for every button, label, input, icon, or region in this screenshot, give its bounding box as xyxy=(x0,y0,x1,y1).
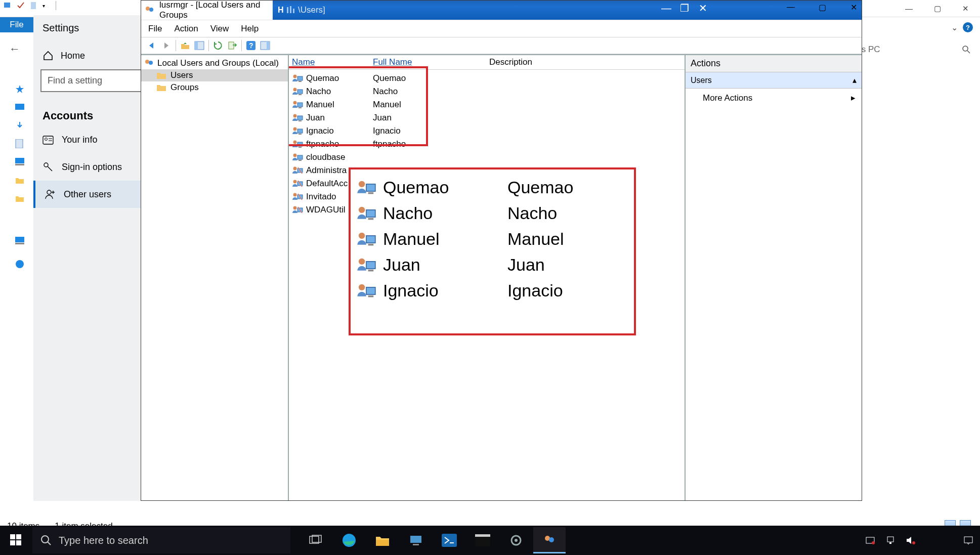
svg-rect-9 xyxy=(15,237,24,242)
nav-item-documents[interactable] xyxy=(15,135,35,153)
file-tab[interactable]: File xyxy=(0,17,33,32)
column-headers[interactable]: Name Full Name Description xyxy=(289,55,685,70)
user-icon xyxy=(356,257,377,273)
settings-taskbar-icon[interactable] xyxy=(500,527,532,553)
taskbar-search[interactable]: Type here to search xyxy=(32,527,290,553)
tree-root-node[interactable]: Local Users and Groups (Local) xyxy=(141,57,288,69)
user-row[interactable]: Invitado xyxy=(290,190,684,203)
user-fullname: Manuel xyxy=(373,100,484,110)
maximize-button[interactable]: ▢ xyxy=(817,3,827,12)
user-row[interactable]: ftpnachoftpnacho xyxy=(290,138,684,151)
col-description[interactable]: Description xyxy=(484,57,681,67)
actions-more-actions[interactable]: More Actions ▸ xyxy=(686,89,862,107)
tray-icon-1[interactable] xyxy=(864,534,877,547)
svg-rect-7 xyxy=(15,158,24,163)
tray-icon-2[interactable] xyxy=(884,534,897,547)
mdi-minimize-button[interactable]: — xyxy=(659,3,673,14)
up-folder-icon[interactable] xyxy=(178,39,192,52)
settings-home[interactable]: Home xyxy=(33,45,149,66)
svg-rect-47 xyxy=(413,544,419,545)
user-list-pane[interactable]: Name Full Name Description QuemaoQuemaoN… xyxy=(289,55,686,500)
qat-icon-1[interactable] xyxy=(3,1,12,10)
home-icon xyxy=(42,50,54,61)
search-placeholder: Type here to search xyxy=(59,535,148,546)
nav-item-folder2[interactable] xyxy=(15,189,35,207)
settings-other-users[interactable]: Other users xyxy=(33,181,149,208)
user-row[interactable]: IgnacioIgnacio xyxy=(290,124,684,138)
lusrmgr-title-text: lusrmgr - [Local Users and Groups xyxy=(159,0,273,20)
tree-groups-label: Groups xyxy=(171,82,199,93)
user-row[interactable]: WDAGUtil xyxy=(290,203,684,217)
start-button[interactable] xyxy=(0,526,32,555)
close-button[interactable]: ✕ xyxy=(848,3,859,12)
mdi-close-button[interactable]: ✕ xyxy=(696,3,710,14)
show-action-pane-icon[interactable] xyxy=(258,39,272,52)
console-tree[interactable]: Local Users and Groups (Local) Users Gro… xyxy=(141,55,289,500)
menu-help[interactable]: Help xyxy=(241,24,259,34)
settings-search-input[interactable]: Find a setting xyxy=(40,69,142,92)
user-row[interactable]: cloudbase xyxy=(290,151,684,164)
refresh-icon[interactable] xyxy=(211,39,225,52)
powershell-icon[interactable] xyxy=(433,527,465,553)
file-explorer-icon[interactable] xyxy=(366,527,399,553)
search-icon[interactable] xyxy=(962,45,971,54)
col-name[interactable]: Name xyxy=(292,57,373,67)
tree-groups-node[interactable]: Groups xyxy=(141,81,288,94)
minimize-button[interactable]: — xyxy=(905,4,913,13)
lusrmgr-taskbar-icon[interactable] xyxy=(533,527,566,553)
ribbon-collapse-icon[interactable]: ⌄ xyxy=(951,23,958,32)
user-fullname: Ignacio xyxy=(373,126,484,136)
user-row[interactable]: DefaultAcc xyxy=(290,177,684,190)
collapse-arrow-icon[interactable]: ▴ xyxy=(853,75,857,85)
nav-item-network[interactable] xyxy=(15,255,35,273)
edge-icon[interactable] xyxy=(333,527,365,553)
user-row[interactable]: Administra xyxy=(290,164,684,177)
maximize-button[interactable]: ▢ xyxy=(934,4,941,13)
nav-forward-icon[interactable] xyxy=(159,39,174,52)
volume-muted-icon[interactable] xyxy=(904,534,917,547)
minimize-button[interactable]: — xyxy=(786,3,796,12)
nav-item-desktop[interactable] xyxy=(15,98,35,116)
user-row[interactable]: QuemaoQuemao xyxy=(290,72,684,85)
your-info-label: Your info xyxy=(62,135,97,145)
export-list-icon[interactable] xyxy=(225,39,239,52)
menu-view[interactable]: View xyxy=(210,24,229,34)
actions-group-users[interactable]: Users ▴ xyxy=(686,72,862,89)
settings-your-info[interactable]: Your info xyxy=(33,126,149,153)
help-icon[interactable]: ? xyxy=(963,22,973,32)
col-fullname[interactable]: Full Name xyxy=(373,57,484,67)
qat-icon-3[interactable] xyxy=(29,1,38,10)
user-row[interactable]: NachoNacho xyxy=(290,85,684,98)
notifications-icon[interactable] xyxy=(962,534,975,547)
help-toolbar-icon[interactable]: ? xyxy=(244,39,258,52)
tree-users-node[interactable]: Users xyxy=(141,69,288,81)
qat-icon-2[interactable] xyxy=(16,1,25,10)
nav-item-thispc[interactable] xyxy=(15,153,35,171)
user-row[interactable]: JuanJuan xyxy=(290,111,684,124)
settings-signin-options[interactable]: Sign-in options xyxy=(33,153,149,181)
close-button[interactable]: ✕ xyxy=(962,4,969,13)
svg-marker-4 xyxy=(16,85,24,93)
cmd-icon[interactable] xyxy=(466,527,499,553)
tray-datetime[interactable] xyxy=(924,534,955,547)
nav-item-downloads[interactable] xyxy=(15,116,35,135)
show-hide-tree-icon[interactable] xyxy=(192,39,206,52)
nav-item-thispc2[interactable] xyxy=(15,232,35,250)
svg-point-21 xyxy=(146,7,150,11)
back-arrow-icon[interactable]: ← xyxy=(9,42,20,56)
menu-action[interactable]: Action xyxy=(174,24,198,34)
folder-icon xyxy=(156,71,166,79)
task-view-icon[interactable] xyxy=(300,527,332,553)
background-window-controls: — ▢ ✕ xyxy=(905,4,969,13)
nav-item-folder1[interactable] xyxy=(15,171,35,189)
mdi-restore-button[interactable]: ❐ xyxy=(677,3,692,14)
lusrmgr-titlebar[interactable]: lusrmgr - [Local Users and Groups H \Use… xyxy=(141,1,862,20)
server-manager-icon[interactable] xyxy=(400,527,432,553)
nav-back-icon[interactable] xyxy=(145,39,159,52)
user-row[interactable]: ManuelManuel xyxy=(290,98,684,111)
menu-file[interactable]: File xyxy=(148,24,162,34)
svg-rect-46 xyxy=(410,536,421,543)
qat-dropdown-icon[interactable]: ▾ xyxy=(42,1,52,10)
user-fullname: Quemao xyxy=(373,73,484,83)
nav-item-quick[interactable] xyxy=(15,80,35,98)
